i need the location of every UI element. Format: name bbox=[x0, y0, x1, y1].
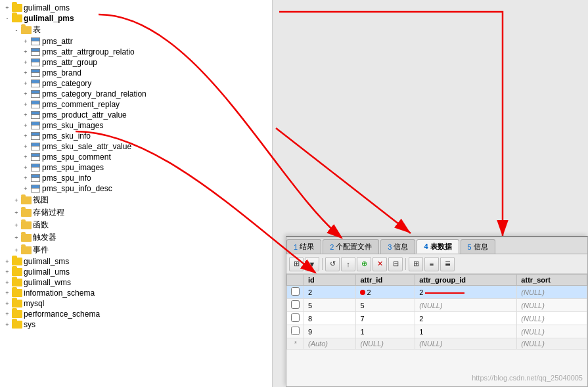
toolbar-view-btn3[interactable]: ≣ bbox=[440, 257, 455, 271]
tab-config[interactable]: 2 个配置文件 bbox=[323, 239, 379, 254]
toggle-gulimall-pms[interactable]: - bbox=[3, 15, 12, 22]
tree-item-gulimall-pms[interactable]: - gulimall_pms bbox=[0, 13, 272, 24]
tree-item-pms-brand[interactable]: + pms_brand bbox=[0, 68, 272, 78]
new-row-marker: * bbox=[287, 338, 304, 350]
tree-item-performance-schema[interactable]: + performance_schema bbox=[0, 309, 272, 319]
cell-attr-id: 2 bbox=[356, 286, 415, 299]
label-pms-spu-info: pms_spu_info bbox=[42, 173, 91, 183]
label-shitu: 视图 bbox=[33, 194, 49, 206]
table-new-row[interactable]: * (Auto) (NULL) (NULL) (NULL) bbox=[287, 338, 587, 350]
cell-attr-sort: (NULL) bbox=[517, 325, 587, 338]
cell-attr-sort: (NULL) bbox=[517, 312, 587, 325]
tree-item-hanshu[interactable]: + 函数 bbox=[0, 219, 272, 231]
tree-item-gulimall-sms[interactable]: + gulimall_sms bbox=[0, 256, 272, 267]
cell-id: 8 bbox=[304, 312, 356, 325]
table-row[interactable]: 8 7 2 (NULL) bbox=[287, 312, 587, 325]
table-row[interactable]: 5 5 (NULL) (NULL) bbox=[287, 299, 587, 312]
tree-item-pms-spu-info[interactable]: + pms_spu_info bbox=[0, 173, 272, 183]
toolbar-view-btn2[interactable]: ≡ bbox=[424, 257, 439, 271]
cell-attr-id: 5 bbox=[356, 299, 415, 312]
toolbar-refresh-btn[interactable]: ↺ bbox=[325, 257, 340, 271]
tree-item-pms-sku-info[interactable]: + pms_sku_info bbox=[0, 131, 272, 141]
tree-item-pms-attr[interactable]: + pms_attr bbox=[0, 36, 272, 47]
label-chufaqi: 触发器 bbox=[33, 232, 57, 243]
toolbar-grid-btn[interactable]: ⊞ bbox=[289, 257, 304, 271]
table-icon-pms-sku-info bbox=[30, 131, 41, 141]
col-header-attr-id[interactable]: attr_id bbox=[356, 275, 415, 286]
tree-item-gulimall-wms[interactable]: + gulimall_wms bbox=[0, 277, 272, 288]
tree-item-pms-sku-images[interactable]: + pms_sku_images bbox=[0, 120, 272, 131]
tree-item-sys[interactable]: + sys bbox=[0, 319, 272, 330]
tree-item-gulimall-oms[interactable]: + gulimall_oms bbox=[0, 3, 272, 13]
toolbar-sep-2 bbox=[405, 258, 406, 270]
tree-item-pms-comment-replay[interactable]: + pms_comment_replay bbox=[0, 99, 272, 110]
table-row[interactable]: 9 1 1 (NULL) bbox=[287, 325, 587, 338]
db-icon-gulimall-ums bbox=[12, 267, 22, 277]
table-icon-pms-sku-sale-attr bbox=[30, 142, 41, 151]
cell-attr-group-id: 2 bbox=[415, 286, 517, 299]
col-header-checkbox bbox=[287, 275, 304, 286]
tree-item-pms-spu-comment[interactable]: + pms_spu_comment bbox=[0, 152, 272, 162]
label-pms-category: pms_category bbox=[42, 79, 91, 88]
cell-attr-id: 1 bbox=[356, 325, 415, 338]
toolbar-delete-btn[interactable]: ✕ bbox=[373, 257, 387, 271]
table-icon-pms-spu-images bbox=[30, 163, 41, 172]
row-checkbox[interactable] bbox=[287, 312, 304, 325]
tree-item-chufaqi[interactable]: + 触发器 bbox=[0, 231, 272, 244]
tree-item-gulimall-ums[interactable]: + gulimall_ums bbox=[0, 267, 272, 277]
tree-item-pms-sku-sale-attr[interactable]: + pms_sku_sale_attr_value bbox=[0, 141, 272, 152]
label-pms-attr-attrgroup: pms_attr_attrgroup_relatio bbox=[42, 47, 135, 57]
label-pms-brand: pms_brand bbox=[42, 68, 81, 78]
new-cell-attr-group-id: (NULL) bbox=[415, 338, 517, 350]
label-hanshu: 函数 bbox=[33, 219, 49, 231]
main-container: + gulimall_oms - gulimall_pms - 表 + pms_… bbox=[0, 0, 588, 387]
tree-item-information-schema[interactable]: + information_schema bbox=[0, 288, 272, 298]
folder-icon-cunchu bbox=[21, 208, 32, 217]
label-shijian: 事件 bbox=[33, 244, 49, 256]
table-row[interactable]: 2 2 2 (NULL) bbox=[287, 286, 587, 299]
db-icon-information-schema bbox=[12, 288, 22, 298]
toolbar-view-btn1[interactable]: ⊞ bbox=[409, 257, 423, 271]
tab-tabledata[interactable]: 4 表数据 bbox=[417, 239, 459, 254]
folder-icon-chufaqi bbox=[21, 233, 32, 242]
toolbar-remove-btn[interactable]: ⊟ bbox=[388, 257, 403, 271]
label-mysql: mysql bbox=[24, 299, 44, 308]
tree-item-pms-attr-group[interactable]: + pms_attr_group bbox=[0, 57, 272, 68]
tab-info-5[interactable]: 5 信息 bbox=[461, 239, 495, 254]
watermark: https://blog.csdn.net/qq_25040005 bbox=[472, 374, 583, 382]
toolbar-dropdown-btn[interactable]: ▼ bbox=[305, 257, 319, 271]
tree-item-cunchu[interactable]: + 存储过程 bbox=[0, 206, 272, 219]
table-icon-pms-category-brand bbox=[30, 89, 41, 99]
label-pms-category-brand: pms_category_brand_relation bbox=[42, 89, 147, 99]
tree-item-pms-spu-images[interactable]: + pms_spu_images bbox=[0, 162, 272, 173]
toggle-biaos[interactable]: - bbox=[12, 27, 21, 34]
tree-item-mysql[interactable]: + mysql bbox=[0, 298, 272, 309]
tree-item-shitu[interactable]: + 视图 bbox=[0, 194, 272, 206]
col-header-attr-group-id[interactable]: attr_group_id bbox=[415, 275, 517, 286]
table-scroll[interactable]: id attr_id attr_group_id attr_sort 2 bbox=[286, 274, 587, 387]
cell-attr-sort: (NULL) bbox=[517, 286, 587, 299]
tree-item-biaos[interactable]: - 表 bbox=[0, 24, 272, 36]
col-header-attr-sort[interactable]: attr_sort bbox=[517, 275, 587, 286]
folder-icon-shitu bbox=[21, 196, 32, 205]
label-gulimall-wms: gulimall_wms bbox=[24, 278, 71, 287]
tab-results[interactable]: 1 结果 bbox=[286, 239, 321, 254]
row-checkbox[interactable] bbox=[287, 286, 304, 299]
toggle-pms-attr[interactable]: + bbox=[21, 38, 30, 45]
label-information-schema: information_schema bbox=[24, 288, 95, 298]
tree-item-pms-category[interactable]: + pms_category bbox=[0, 78, 272, 89]
toolbar-add-btn[interactable]: ⊕ bbox=[357, 257, 371, 271]
tree-item-pms-spu-info-desc[interactable]: + pms_spu_info_desc bbox=[0, 183, 272, 194]
label-pms-sku-sale-attr: pms_sku_sale_attr_value bbox=[42, 142, 131, 151]
toggle-gulimall-oms[interactable]: + bbox=[3, 5, 12, 11]
tree-item-pms-attr-attrgroup[interactable]: + pms_attr_attrgroup_relatio bbox=[0, 47, 272, 57]
tree-item-pms-product-attr-value[interactable]: + pms_product_attr_value bbox=[0, 110, 272, 120]
tab-info-3[interactable]: 3 信息 bbox=[380, 239, 415, 254]
tree-item-shijian[interactable]: + 事件 bbox=[0, 244, 272, 256]
row-checkbox[interactable] bbox=[287, 325, 304, 338]
table-icon-pms-spu-comment bbox=[30, 152, 41, 162]
col-header-id[interactable]: id bbox=[304, 275, 356, 286]
row-checkbox[interactable] bbox=[287, 299, 304, 312]
tree-item-pms-category-brand[interactable]: + pms_category_brand_relation bbox=[0, 89, 272, 99]
toolbar-up-btn[interactable]: ↑ bbox=[341, 257, 355, 271]
